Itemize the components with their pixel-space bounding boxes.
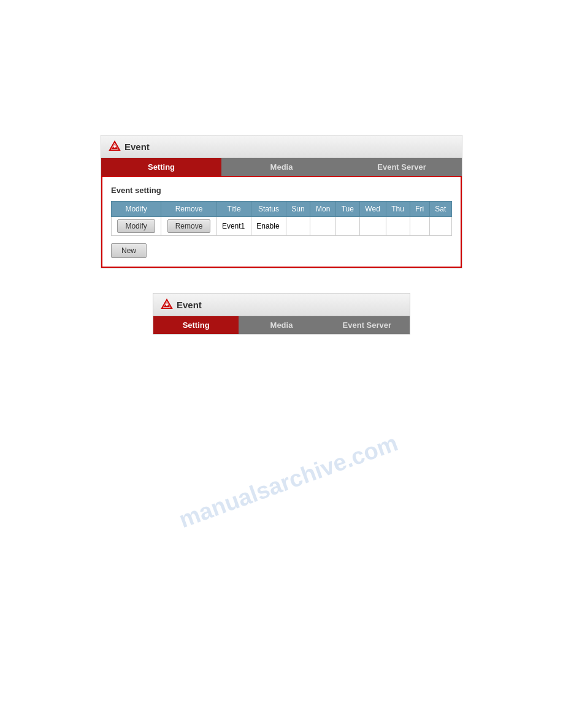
- col-sat: Sat: [429, 202, 451, 217]
- row-mon-cell: [310, 217, 336, 236]
- row-thu-cell: [386, 217, 410, 236]
- panel-header-1: Event: [101, 135, 462, 158]
- modify-button[interactable]: Modify: [117, 219, 155, 233]
- col-tue: Tue: [336, 202, 360, 217]
- col-remove: Remove: [161, 202, 217, 217]
- table-header-row: Modify Remove Title Status Sun Mon Tue W…: [112, 202, 452, 217]
- tab-setting-2[interactable]: Setting: [153, 316, 239, 334]
- tab-setting-1[interactable]: Setting: [101, 158, 221, 176]
- panel-header-2: Event: [153, 294, 410, 316]
- row-tue-cell: [336, 217, 360, 236]
- tab-bar-2: Setting Media Event Server: [153, 316, 410, 334]
- col-modify: Modify: [112, 202, 161, 217]
- col-wed: Wed: [359, 202, 386, 217]
- row-fri-cell: [410, 217, 429, 236]
- remove-button[interactable]: Remove: [167, 219, 211, 233]
- event-panel-1: Event Setting Media Event Server Event s…: [101, 135, 462, 268]
- tab-event-server-2[interactable]: Event Server: [324, 316, 410, 334]
- event-panel-2: Event Setting Media Event Server: [153, 293, 410, 335]
- row-wed-cell: [359, 217, 386, 236]
- col-sun: Sun: [286, 202, 310, 217]
- col-title: Title: [216, 202, 251, 217]
- new-button[interactable]: New: [111, 243, 147, 258]
- row-status-cell: Enable: [251, 217, 286, 236]
- row-sun-cell: [286, 217, 310, 236]
- row-remove-cell: Remove: [161, 217, 217, 236]
- col-mon: Mon: [310, 202, 336, 217]
- tab-bar-1: Setting Media Event Server: [101, 158, 462, 176]
- event-table: Modify Remove Title Status Sun Mon Tue W…: [111, 201, 452, 236]
- panel-content-1: Event setting Modify Remove Title Status…: [101, 176, 462, 268]
- svg-point-5: [166, 303, 168, 306]
- panel-title-2: Event: [177, 300, 202, 310]
- svg-point-2: [113, 145, 116, 148]
- tab-event-server-1[interactable]: Event Server: [342, 158, 462, 176]
- row-title-cell: Event1: [216, 217, 251, 236]
- panel-title-1: Event: [124, 142, 150, 152]
- col-thu: Thu: [386, 202, 410, 217]
- section-title: Event setting: [111, 186, 452, 195]
- tab-media-2[interactable]: Media: [239, 316, 324, 334]
- col-status: Status: [251, 202, 286, 217]
- logo-icon-2: [161, 298, 173, 311]
- table-row: Modify Remove Event1 Enable: [112, 217, 452, 236]
- col-fri: Fri: [410, 202, 429, 217]
- tab-media-1[interactable]: Media: [221, 158, 342, 176]
- page-container: Event Setting Media Event Server Event s…: [0, 0, 563, 728]
- row-modify-cell: Modify: [112, 217, 161, 236]
- row-sat-cell: [429, 217, 451, 236]
- logo-icon: [109, 140, 121, 153]
